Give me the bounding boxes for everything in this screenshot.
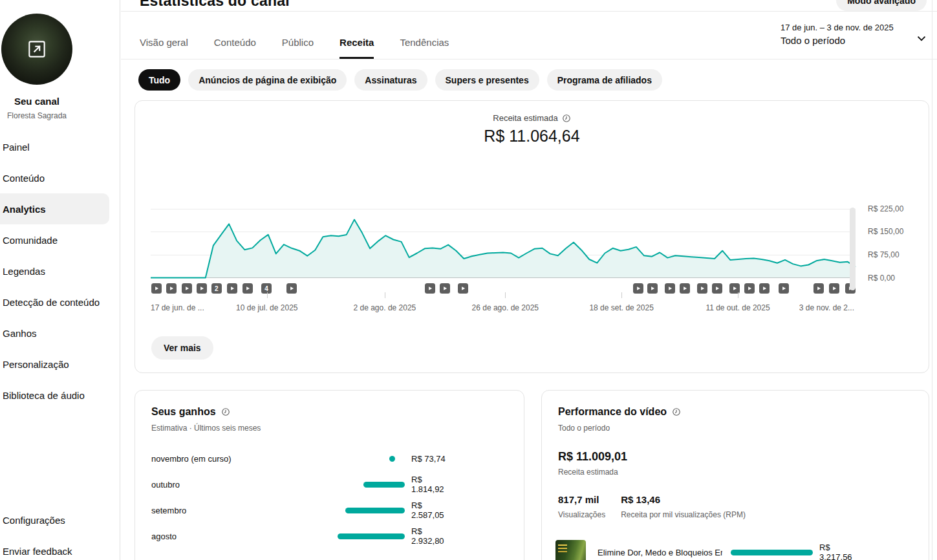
video-performance-title: Performance do vídeo [558, 406, 667, 418]
earnings-bar [363, 482, 405, 488]
video-revenue-bar [731, 550, 813, 555]
filter-chip-supers-e-presentes[interactable]: Supers e presentes [435, 69, 539, 91]
estimated-revenue-chart-card: Receita estimada R$ 11.064,64 R$ 225,00R… [135, 100, 929, 373]
earnings-card-subtitle: Estimativa · Últimos seis meses [151, 424, 261, 433]
scrollbar-track-edge[interactable] [932, 0, 932, 560]
sidebar-footer-menu: ConfiguraçõesEnviar feedback [0, 504, 114, 560]
sidebar-item-comunidade[interactable]: Comunidade [0, 224, 114, 255]
video-row[interactable]: Elimine Dor, Medo e Bloqueios Em...R$ 3.… [555, 534, 929, 560]
earnings-card-title: Seus ganhos [151, 406, 216, 418]
tab-tendencias[interactable]: Tendências [400, 37, 449, 59]
x-axis-tick-label: 18 de set. de 2025 [589, 303, 653, 312]
analytics-tabs: Visão geralConteúdoPúblicoReceitaTendênc… [140, 37, 475, 59]
video-marker[interactable] [197, 283, 207, 294]
video-marker[interactable] [647, 283, 658, 294]
channel-handle: Floresta Sagrada [0, 111, 74, 120]
y-axis-tick-label: R$ 225,00 [868, 204, 920, 213]
main-content: Estatísticas do canal Modo avançado Visã… [121, 0, 937, 560]
video-stats-row: 817,7 mil Visualizações R$ 13,46 Receita… [558, 494, 746, 519]
tab-visao-geral[interactable]: Visão geral [140, 37, 188, 59]
earnings-bar [338, 533, 405, 539]
filter-chip-assinaturas[interactable]: Assinaturas [354, 69, 427, 91]
earnings-value: R$ 2.587,05 [411, 501, 457, 520]
video-marker[interactable] [697, 283, 707, 294]
video-marker[interactable] [813, 283, 824, 294]
play-icon [168, 285, 175, 292]
filter-chip-programa-de-afiliados[interactable]: Programa de afiliados [547, 69, 662, 91]
date-picker-chevron[interactable] [914, 31, 929, 45]
views-stat: 817,7 mil Visualizações [558, 494, 605, 519]
play-icon [427, 285, 433, 292]
see-more-button[interactable]: Ver mais [151, 336, 213, 360]
video-title[interactable]: Elimine Dor, Medo e Bloqueios Em... [594, 548, 722, 557]
sidebar-item-biblioteca-de-audio[interactable]: Biblioteca de áudio [0, 380, 114, 411]
video-marker[interactable] [286, 283, 297, 294]
channel-name: Seu canal [0, 96, 74, 107]
video-marker[interactable] [425, 283, 435, 294]
video-marker[interactable] [227, 283, 237, 294]
rpm-label: Receita por mil visualizações (RPM) [621, 510, 746, 519]
filter-chip-tudo[interactable]: Tudo [138, 69, 180, 91]
earnings-dot [389, 456, 395, 462]
video-thumbnail[interactable] [555, 540, 586, 560]
sidebar-item-analytics[interactable]: Analytics [0, 193, 109, 224]
video-marker[interactable] [829, 283, 839, 294]
sidebar-item-deteccao-de-conteudo[interactable]: Detecção de conteúdo [0, 286, 114, 318]
tab-receita[interactable]: Receita [339, 37, 374, 59]
play-icon [667, 285, 673, 292]
x-axis-tick-label: 10 de jul. de 2025 [236, 303, 297, 312]
x-axis-tick-label: 17 de jun. de ... [151, 303, 204, 312]
youtube-studio-analytics-page: { "sidebar": { "channel_name": "Seu cana… [0, 0, 937, 560]
advanced-mode-button[interactable]: Modo avançado [836, 0, 927, 11]
video-marker[interactable] [712, 283, 722, 294]
sidebar-item-ganhos[interactable]: Ganhos [0, 318, 114, 349]
sidebar-item-enviar-feedback[interactable]: Enviar feedback [0, 535, 114, 560]
earnings-month-label: setembro [151, 506, 330, 515]
tab-conteudo[interactable]: Conteúdo [214, 37, 256, 59]
date-range-picker[interactable]: 17 de jun. – 3 de nov. de 2025 Todo o pe… [781, 23, 894, 46]
video-marker[interactable] [182, 283, 192, 294]
chart-scrubber-handle[interactable] [850, 208, 856, 290]
video-marker[interactable] [151, 283, 162, 294]
earnings-value: R$ 1.814,92 [411, 475, 457, 494]
video-marker[interactable] [744, 283, 755, 294]
x-axis-tick-label: 26 de ago. de 2025 [472, 303, 539, 312]
video-performance-card: Performance do vídeo Todo o período R$ 1… [541, 390, 929, 560]
page-header: Estatísticas do canal Modo avançado [121, 0, 937, 12]
sidebar-item-configuracoes[interactable]: Configurações [0, 504, 114, 535]
x-axis-tick-label: 2 de ago. de 2025 [354, 303, 416, 312]
earnings-row: novembro (em curso)R$ 73,74 [151, 446, 524, 471]
date-period-label: Todo o período [781, 35, 894, 46]
video-marker[interactable] [779, 283, 789, 294]
channel-avatar[interactable] [1, 14, 72, 85]
sidebar-item-conteudo[interactable]: Conteúdo [0, 162, 114, 193]
earnings-bar-container [330, 456, 405, 462]
expand-avatar-icon [25, 38, 48, 61]
video-marker[interactable] [680, 283, 690, 294]
x-axis-tick-label: 3 de nov. de 2... [799, 303, 854, 312]
video-marker[interactable] [665, 283, 675, 294]
play-icon [635, 285, 641, 292]
sidebar-item-painel[interactable]: Painel [0, 131, 114, 162]
play-icon [761, 285, 768, 292]
tab-publico[interactable]: Público [282, 37, 314, 59]
revenue-area-fill [151, 220, 856, 278]
x-axis-tick-mark [505, 292, 506, 298]
video-marker[interactable] [633, 283, 643, 294]
video-marker[interactable] [166, 283, 177, 294]
play-icon [714, 285, 720, 292]
video-marker[interactable]: 2 [211, 283, 222, 294]
video-marker[interactable] [458, 283, 468, 294]
play-icon [781, 285, 787, 292]
sidebar-item-legendas[interactable]: Legendas [0, 255, 114, 286]
sidebar: Seu canal Floresta Sagrada PainelConteúd… [0, 0, 120, 560]
filter-chip-anuncios-de-pagina-de-exibicao[interactable]: Anúncios de página de exibição [188, 69, 347, 91]
views-value: 817,7 mil [558, 494, 605, 505]
earnings-bar [345, 508, 405, 513]
video-marker[interactable] [440, 283, 450, 294]
sidebar-item-personalizacao[interactable]: Personalização [0, 349, 114, 380]
play-icon [649, 285, 656, 292]
video-marker[interactable] [242, 283, 253, 294]
play-icon [442, 285, 448, 292]
video-marker[interactable] [759, 283, 770, 294]
